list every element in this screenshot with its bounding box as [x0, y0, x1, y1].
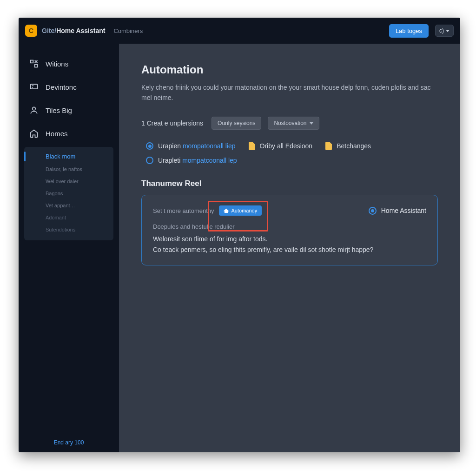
- app-title: Gite/Home Assistant: [42, 27, 105, 34]
- home-icon: [29, 128, 39, 139]
- option-label: Urapleti mompatcoonall lep: [158, 157, 237, 164]
- option-2[interactable]: Urapleti mompatcoonall lep: [146, 157, 237, 164]
- controls-row: 1 Creat e unplersions Ounly seysions Nos…: [141, 117, 438, 130]
- card-top-label: Set t more automenthy: [153, 207, 214, 214]
- sidebar-footer: End ary 100: [19, 433, 119, 452]
- option-1a[interactable]: Urapien mompatoonall liep: [146, 142, 236, 150]
- body: Witions Devintonc Tiles Big Homes: [19, 44, 460, 452]
- page-title: Automation: [141, 63, 438, 76]
- automation-card[interactable]: Set t more automenthy Automanoy Home Ass…: [141, 195, 438, 265]
- devices-icon: [29, 82, 39, 92]
- sidebar-sub-item[interactable]: Bagons: [24, 187, 113, 199]
- app-logo-icon: C: [25, 25, 37, 37]
- sidebar-sub-item[interactable]: Vet appant…: [24, 199, 113, 212]
- svg-rect-0: [31, 60, 33, 63]
- option-label: Urapien mompatoonall liep: [158, 142, 236, 150]
- controls-label: 1 Creat e unplersions: [141, 119, 203, 127]
- automation-chip[interactable]: Automanoy: [219, 205, 262, 216]
- sidebar-item-label: Devintonc: [46, 83, 77, 91]
- option-row-2: Urapleti mompatcoonall lep: [141, 155, 438, 166]
- only-sessions-pill[interactable]: Ounly seysions: [212, 117, 261, 130]
- document-icon: [325, 142, 332, 150]
- section-title: Thanumew Reel: [141, 179, 438, 188]
- option-row-1: Urapien mompatoonall liep Oriby all Edes…: [141, 140, 438, 152]
- card-line-2: Co teack penmers, so eling thits premifl…: [153, 245, 426, 255]
- sidebar-item-devintonc[interactable]: Devintonc: [19, 75, 119, 99]
- notification-dropdown[interactable]: Nostoovation: [268, 117, 319, 130]
- option-label: Betchanges: [337, 142, 371, 150]
- main-content: Automation Kely cheno friirik you could …: [119, 44, 460, 452]
- sidebar-sub-item[interactable]: Dalsor, le naftos: [24, 163, 113, 175]
- document-icon: [249, 142, 255, 150]
- radio-icon: [146, 157, 153, 164]
- header-dropdown-button[interactable]: c): [435, 25, 454, 37]
- code-icon: c): [439, 27, 444, 34]
- svg-rect-1: [35, 65, 38, 67]
- sidebar: Witions Devintonc Tiles Big Homes: [19, 44, 119, 452]
- cloud-icon: [224, 208, 229, 213]
- option-1b[interactable]: Oriby all Edesioon: [249, 142, 313, 150]
- sidebar-item-tiles[interactable]: Tiles Big: [19, 99, 119, 122]
- card-source: Home Assistant: [369, 207, 426, 215]
- option-1c[interactable]: Betchanges: [325, 142, 371, 150]
- sidebar-item-witions[interactable]: Witions: [19, 52, 119, 75]
- sidebar-sub-item[interactable]: Sutendotions: [24, 224, 113, 236]
- header: C Gite/Home Assistant Combiners Lab toge…: [19, 18, 460, 44]
- chevron-down-icon: [310, 122, 313, 125]
- target-icon: [369, 207, 377, 215]
- app-frame: C Gite/Home Assistant Combiners Lab toge…: [19, 18, 460, 452]
- sidebar-subgroup: Black mom Dalsor, le naftos Wel over dal…: [24, 147, 113, 240]
- svg-point-3: [33, 107, 36, 110]
- sidebar-sub-item[interactable]: Wel over daler: [24, 175, 113, 187]
- sidebar-item-homes[interactable]: Homes: [19, 122, 119, 145]
- sidebar-sub-item[interactable]: Adomant: [24, 212, 113, 224]
- chevron-down-icon: [446, 30, 450, 32]
- sidebar-item-label: Homes: [46, 130, 68, 138]
- card-line-1: Weloresit son tlime of for img aftor tod…: [153, 234, 426, 244]
- page-subtitle: Kely cheno friirik you could your matona…: [141, 83, 438, 103]
- sidebar-item-label: Witions: [46, 60, 68, 68]
- option-label: Oriby all Edesioon: [260, 142, 313, 150]
- radio-icon: [146, 142, 153, 150]
- svg-rect-2: [31, 84, 38, 89]
- lab-toggles-button[interactable]: Lab toges: [389, 24, 429, 38]
- card-top-row: Set t more automenthy Automanoy Home Ass…: [153, 205, 426, 216]
- sidebar-sub-current[interactable]: Black mom: [24, 150, 113, 163]
- card-subtitle: Doepules and hestulie redulier: [153, 223, 426, 230]
- person-icon: [29, 105, 39, 115]
- sidebar-item-label: Tiles Big: [46, 106, 72, 114]
- header-subtitle: Combiners: [113, 27, 143, 34]
- widgets-icon: [29, 59, 39, 69]
